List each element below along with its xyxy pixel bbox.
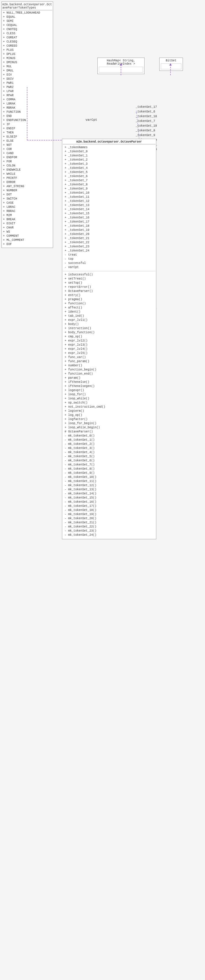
parser-field-item: + _tokenSet_0 bbox=[64, 150, 154, 154]
parser-field-item: + _tokenSet_14 bbox=[64, 207, 154, 212]
tokenset-label: _tokenSet_18 bbox=[136, 114, 157, 119]
parser-method-item: + ifthenelse() bbox=[64, 380, 154, 384]
parser-field-item: + _tokenSet_22 bbox=[64, 240, 154, 245]
parser-field-item: + _tokenSet_15 bbox=[64, 212, 154, 216]
token-item: + NOT bbox=[2, 143, 52, 147]
parser-method-item: + setTop() bbox=[64, 281, 154, 285]
token-item: + PRINTF bbox=[2, 176, 52, 180]
hashmap-title: HashMap< String, ReadWriteIndex > bbox=[99, 59, 143, 65]
parser-method-item: + setTreat() bbox=[64, 277, 154, 281]
bitset-inner bbox=[161, 64, 181, 69]
parser-field-item: + _tokenSet_10 bbox=[64, 191, 154, 195]
token-item: + CLESEQ bbox=[2, 40, 52, 44]
parser-method-item: + expr_lvl1() bbox=[64, 318, 154, 322]
tokenset-label: _tokenSet_7 bbox=[136, 119, 157, 124]
parser-method-item: + func_var() bbox=[64, 355, 154, 360]
token-item: + COR bbox=[2, 147, 52, 151]
parser-method-item: - mk_tokenSet_19() bbox=[64, 512, 154, 517]
parser-method-item: + instruction() bbox=[64, 326, 154, 331]
token-item: + EQUAL bbox=[2, 15, 52, 19]
token-item: + NUMBER bbox=[2, 189, 52, 193]
parser-method-item: - mk_tokenSet_21() bbox=[64, 521, 154, 525]
token-item: + ELSE bbox=[2, 139, 52, 143]
parser-method-item: + expr_lvl2() bbox=[64, 339, 154, 343]
token-item: + ENDFOR bbox=[2, 156, 52, 160]
token-item: + PWR2 bbox=[2, 85, 52, 89]
parser-method-item: - mk_tokenSet_16() bbox=[64, 500, 154, 504]
parser-fields-section: + _tokenNames+ _tokenSet_0+ _tokenSet_1+… bbox=[63, 145, 156, 270]
parser-field-item: + _tokenSet_8 bbox=[64, 183, 154, 187]
token-item: + DDIV bbox=[2, 77, 52, 81]
token-item: + RBRAK bbox=[2, 106, 52, 110]
parser-method-item: + expr_lvl5() bbox=[64, 351, 154, 355]
parser-field-item: + _tokenSet_3 bbox=[64, 162, 154, 166]
parser-method-item: - mk_tokenSet_1() bbox=[64, 438, 154, 442]
parser-title: m2m.backend.octaveparser.OctaveParser bbox=[63, 140, 156, 144]
parser-field-item: + _tokenSet_2 bbox=[64, 158, 154, 162]
parser-method-item: + not_instruction_cmd() bbox=[64, 405, 154, 409]
varcpt-label: varCpt bbox=[86, 118, 97, 122]
parser-field-item: + _tokenSet_7 bbox=[64, 178, 154, 183]
parser-field-item: - top bbox=[64, 257, 154, 261]
parser-method-item: + loop_while() bbox=[64, 397, 154, 401]
parser-method-item: + body() bbox=[64, 322, 154, 326]
parser-method-item: + expr_lvl3() bbox=[64, 343, 154, 347]
parser-method-item: + logexpr() bbox=[64, 388, 154, 393]
hashmap-inner bbox=[99, 67, 143, 73]
parser-field-item: + _tokenSet_16 bbox=[64, 216, 154, 220]
parser-field-item: + _tokenSet_13 bbox=[64, 204, 154, 207]
parser-field-item: + _tokenSet_6 bbox=[64, 175, 154, 178]
parser-field-item: + _tokenSet_1 bbox=[64, 154, 154, 158]
parser-method-item: + reportError() bbox=[64, 285, 154, 289]
token-item: + MUL bbox=[2, 65, 52, 69]
parser-field-item: + _tokenSet_20 bbox=[64, 232, 154, 236]
token-item: + CEQUAL bbox=[2, 23, 52, 27]
token-item: + ENDFUNCTION bbox=[2, 118, 52, 123]
parser-method-item: - mk_tokenSet_2() bbox=[64, 442, 154, 446]
token-item: + WHILE bbox=[2, 172, 52, 176]
token-item: + DIGIT bbox=[2, 222, 52, 226]
bitset-title: BitSet bbox=[161, 59, 181, 62]
token-item: + END bbox=[2, 114, 52, 118]
parser-fields-container: + _tokenNames+ _tokenSet_0+ _tokenSet_1+… bbox=[64, 146, 154, 269]
parser-method-item: - mk_tokenSet_7() bbox=[64, 463, 154, 467]
parser-method-item: + function() bbox=[64, 302, 154, 306]
parser-method-item: - mk_tokenSet_6() bbox=[64, 459, 154, 463]
parser-method-item: + expr_lvl4() bbox=[64, 347, 154, 351]
token-item: + CNOTEQ bbox=[2, 27, 52, 32]
parser-field-item: + _tokenSet_9 bbox=[64, 187, 154, 191]
parser-method-item: + op_switch() bbox=[64, 401, 154, 405]
parser-method-item: - mk_tokenSet_17() bbox=[64, 504, 154, 508]
parser-method-item: + function_begin() bbox=[64, 368, 154, 372]
token-item: + COLON bbox=[2, 164, 52, 168]
parser-methods-section: + isSuccessful()+ setTreat()+ setTop()+ … bbox=[63, 272, 156, 538]
token-item: + ELSEIF bbox=[2, 135, 52, 139]
parser-method-item: - mk_tokenSet_14() bbox=[64, 492, 154, 496]
token-item: + DMUL bbox=[2, 69, 52, 73]
parser-field-item: + _tokenSet_18 bbox=[64, 224, 154, 228]
parser-field-item: + _tokenSet_4 bbox=[64, 166, 154, 170]
token-item: + ENDWHILE bbox=[2, 168, 52, 172]
token-item: + SEMI bbox=[2, 19, 52, 23]
token-items-container: + NULL_TREE_LOOKAHEAD+ EQUAL+ SEMI+ CEQU… bbox=[2, 11, 52, 247]
parser-method-item: + body_function() bbox=[64, 331, 154, 335]
parser-method-item: - mk_tokenSet_13() bbox=[64, 488, 154, 492]
parser-box: m2m.backend.octaveparser.OctaveParser + … bbox=[62, 139, 156, 539]
tokenset-label: _tokenSet_17 bbox=[136, 105, 157, 110]
parser-field-item: + _tokenSet_21 bbox=[64, 236, 154, 240]
parser-method-item: + param() bbox=[64, 376, 154, 380]
parser-method-item: + entry() bbox=[64, 293, 154, 298]
parser-field-item: + _tokenNames bbox=[64, 146, 154, 150]
parser-methods-container: + isSuccessful()+ setTreat()+ setTop()+ … bbox=[64, 273, 154, 537]
parser-method-item: + function_end() bbox=[64, 372, 154, 376]
token-item: + LBRAK bbox=[2, 102, 52, 106]
token-item: + DIV bbox=[2, 73, 52, 77]
parser-method-item: + cmp_op() bbox=[64, 335, 154, 339]
token-item: + CAND bbox=[2, 151, 52, 156]
token-item: + NULL_TREE_LOOKAHEAD bbox=[2, 11, 52, 15]
parser-field-item: + _tokenSet_19 bbox=[64, 228, 154, 232]
parser-method-item: + log_op() bbox=[64, 413, 154, 417]
token-item: + CLESS bbox=[2, 32, 52, 36]
parser-method-item: - mk_tokenSet_22() bbox=[64, 525, 154, 529]
parser-method-item: - mk_tokenSet_23() bbox=[64, 529, 154, 533]
